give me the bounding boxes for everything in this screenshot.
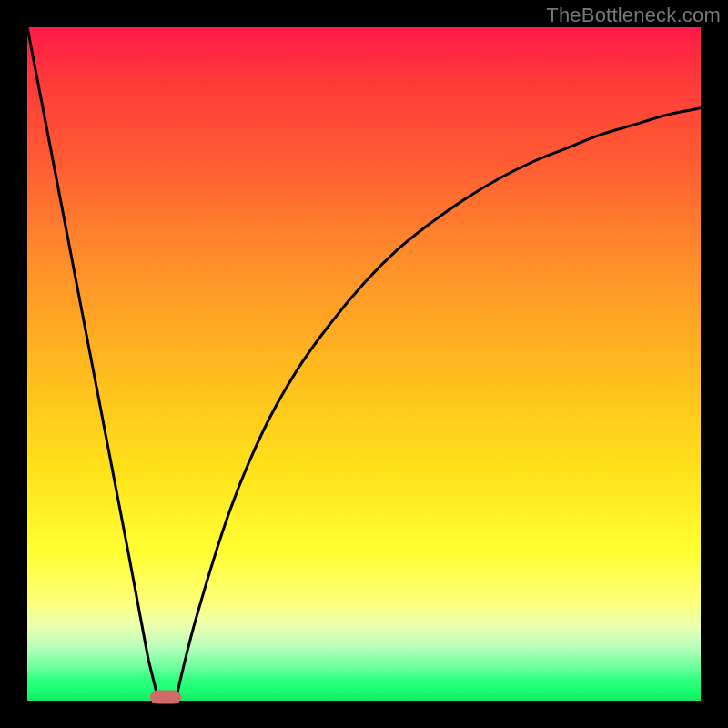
plot-area — [27, 27, 701, 701]
curve-left-arm — [27, 27, 158, 701]
curve-right-arm — [176, 108, 701, 701]
curve-svg — [27, 27, 701, 701]
watermark-text: TheBottleneck.com — [546, 4, 721, 27]
chart-container: TheBottleneck.com — [0, 0, 728, 728]
optimal-point-marker — [150, 691, 181, 704]
